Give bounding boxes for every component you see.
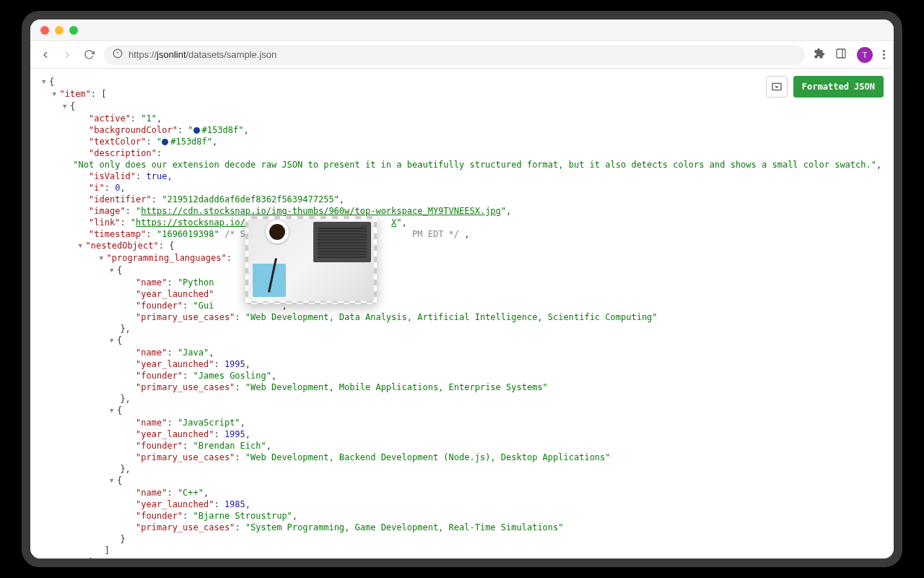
close-window-button[interactable] (40, 26, 49, 35)
collapse-toggle-icon[interactable]: ▼ (99, 252, 106, 264)
image-hover-preview (245, 216, 377, 304)
browser-menu-icon[interactable] (883, 50, 885, 59)
collapse-toggle-icon[interactable]: ▼ (110, 475, 117, 486)
browser-toolbar: https://jsonlint/datasets/sample.json T (30, 41, 894, 69)
json-viewer-controls: Formatted JSON (766, 76, 884, 98)
window-titlebar (30, 20, 894, 41)
collapse-toggle-icon[interactable]: ▼ (110, 405, 117, 416)
image-url-link[interactable]: https://cdn.stocksnap.io/img-thumbs/960w… (141, 206, 501, 216)
collapse-toggle-icon[interactable]: ▼ (110, 264, 117, 276)
browser-window: https://jsonlint/datasets/sample.json T … (30, 20, 894, 558)
formatted-json-button[interactable]: Formatted JSON (793, 76, 884, 98)
link-url-link[interactable]: https://stocksnap.io/ (136, 217, 245, 228)
raw-view-button[interactable] (766, 76, 788, 98)
color-swatch-icon (193, 127, 200, 134)
profile-avatar[interactable]: T (857, 47, 873, 63)
extensions-icon[interactable] (814, 48, 825, 62)
reload-button[interactable] (82, 48, 95, 61)
svg-rect-3 (837, 49, 845, 58)
device-frame: https://jsonlint/datasets/sample.json T … (22, 11, 902, 567)
json-tree[interactable]: ▼{ ▼"item": [ ▼{ "active": "1", "backgro… (30, 69, 894, 558)
collapse-toggle-icon[interactable]: ▼ (63, 100, 70, 112)
page-content: Formatted JSON ▼{ ▼"item": [ ▼{ "active"… (30, 69, 894, 558)
collapse-toggle-icon[interactable]: ▼ (52, 88, 59, 100)
panel-icon[interactable] (835, 48, 847, 62)
forward-button[interactable] (61, 48, 74, 61)
back-button[interactable] (39, 48, 52, 61)
preview-thumbnail (248, 219, 374, 301)
site-info-icon[interactable] (113, 48, 123, 61)
maximize-window-button[interactable] (69, 26, 78, 35)
url-text: https://jsonlint/datasets/sample.json (128, 49, 276, 60)
toolbar-right: T (814, 47, 885, 63)
collapse-toggle-icon[interactable]: ▼ (79, 240, 86, 251)
minimize-window-button[interactable] (55, 26, 64, 35)
collapse-toggle-icon[interactable]: ▼ (110, 335, 117, 346)
color-swatch-icon (162, 139, 168, 145)
svg-rect-5 (772, 83, 781, 90)
url-bar[interactable]: https://jsonlint/datasets/sample.json (104, 45, 805, 65)
collapse-toggle-icon[interactable]: ▼ (42, 76, 49, 87)
